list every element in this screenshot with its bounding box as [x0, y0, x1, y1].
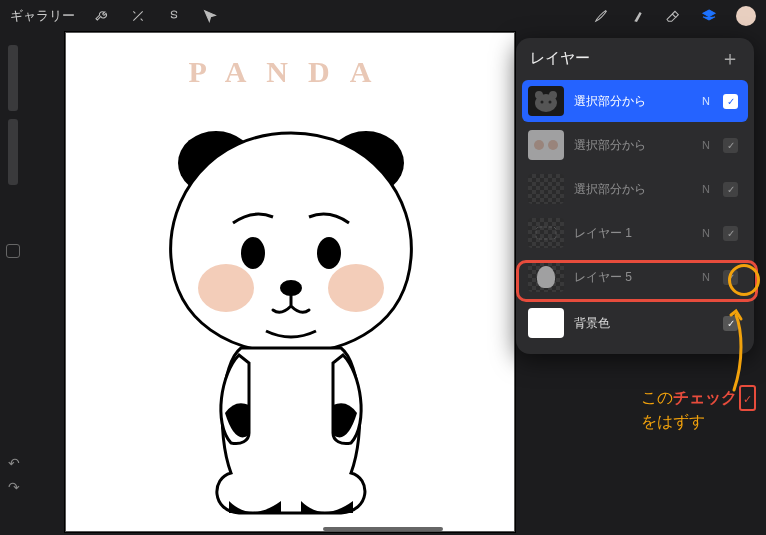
layer-thumbnail — [528, 86, 564, 116]
layer-visibility-checkbox[interactable]: ✓ — [723, 138, 738, 153]
layer-row[interactable]: 選択部分から N ✓ — [522, 80, 748, 122]
svg-point-10 — [541, 101, 544, 104]
layers-icon[interactable] — [700, 7, 718, 25]
svg-point-4 — [241, 237, 265, 269]
layer-label: レイヤー 5 — [574, 269, 689, 286]
toolbar-right — [592, 6, 756, 26]
layer-thumbnail — [528, 130, 564, 160]
blend-mode-indicator[interactable]: N — [699, 95, 713, 107]
brush-size-slider[interactable] — [8, 45, 18, 111]
layers-panel-header: レイヤー ＋ — [516, 38, 754, 78]
layer-thumbnail — [528, 308, 564, 338]
layer-visibility-checkbox[interactable]: ✓ — [723, 270, 738, 285]
svg-point-11 — [549, 101, 552, 104]
blend-mode-indicator[interactable]: N — [699, 183, 713, 195]
home-indicator — [323, 527, 443, 531]
layer-label: 選択部分から — [574, 181, 689, 198]
annotation-text: このチェック をはずす — [641, 385, 756, 434]
svg-point-6 — [280, 280, 302, 296]
layer-thumbnail — [528, 174, 564, 204]
layer-visibility-checkbox[interactable]: ✓ — [723, 316, 738, 331]
brush-opacity-slider[interactable] — [8, 119, 18, 185]
top-toolbar: ギャラリー — [0, 0, 766, 32]
brush-icon[interactable] — [592, 7, 610, 25]
selection-s-icon[interactable] — [165, 7, 183, 25]
canvas-title-text: PANDA — [66, 55, 514, 89]
layer-label: 背景色 — [574, 315, 689, 332]
eraser-icon[interactable] — [664, 7, 682, 25]
svg-point-3 — [328, 264, 384, 312]
layer-row[interactable]: レイヤー 5 N ✓ — [522, 256, 748, 298]
redo-icon[interactable]: ↷ — [8, 479, 20, 495]
move-arrow-icon[interactable] — [201, 7, 219, 25]
modify-square-button[interactable] — [6, 244, 20, 258]
layer-label: 選択部分から — [574, 137, 689, 154]
blend-mode-indicator[interactable]: N — [699, 227, 713, 239]
adjustments-wand-icon[interactable] — [129, 7, 147, 25]
svg-rect-12 — [536, 227, 556, 239]
undo-redo-group: ↶ ↷ — [8, 455, 20, 495]
layer-row[interactable]: 選択部分から N ✓ — [522, 168, 748, 210]
wrench-icon[interactable] — [93, 7, 111, 25]
layer-visibility-checkbox[interactable]: ✓ — [723, 226, 738, 241]
layer-visibility-checkbox[interactable]: ✓ — [723, 182, 738, 197]
svg-point-5 — [317, 237, 341, 269]
brush-sliders — [8, 45, 18, 185]
layers-panel-title: レイヤー — [530, 49, 590, 68]
svg-point-2 — [198, 264, 254, 312]
color-swatch-icon[interactable] — [736, 6, 756, 26]
layer-row[interactable]: レイヤー 1 N ✓ — [522, 212, 748, 254]
undo-icon[interactable]: ↶ — [8, 455, 20, 471]
blend-mode-indicator[interactable]: N — [699, 271, 713, 283]
gallery-link[interactable]: ギャラリー — [10, 7, 75, 25]
add-layer-button[interactable]: ＋ — [720, 48, 740, 68]
layer-row[interactable]: 選択部分から N ✓ — [522, 124, 748, 166]
layer-thumbnail — [528, 218, 564, 248]
svg-point-9 — [535, 94, 557, 112]
layers-panel: レイヤー ＋ 選択部分から N ✓ 選択部分から N ✓ 選択部分から N ✓ … — [516, 38, 754, 354]
toolbar-left: ギャラリー — [10, 7, 219, 25]
blend-mode-indicator[interactable]: N — [699, 139, 713, 151]
layer-thumbnail — [528, 262, 564, 292]
canvas[interactable]: PANDA — [65, 32, 515, 532]
layer-label: レイヤー 1 — [574, 225, 689, 242]
layer-label: 選択部分から — [574, 93, 689, 110]
panda-artwork — [121, 113, 461, 518]
background-color-row[interactable]: 背景色 ✓ — [522, 302, 748, 344]
layer-visibility-checkbox[interactable]: ✓ — [723, 94, 738, 109]
smudge-icon[interactable] — [628, 7, 646, 25]
